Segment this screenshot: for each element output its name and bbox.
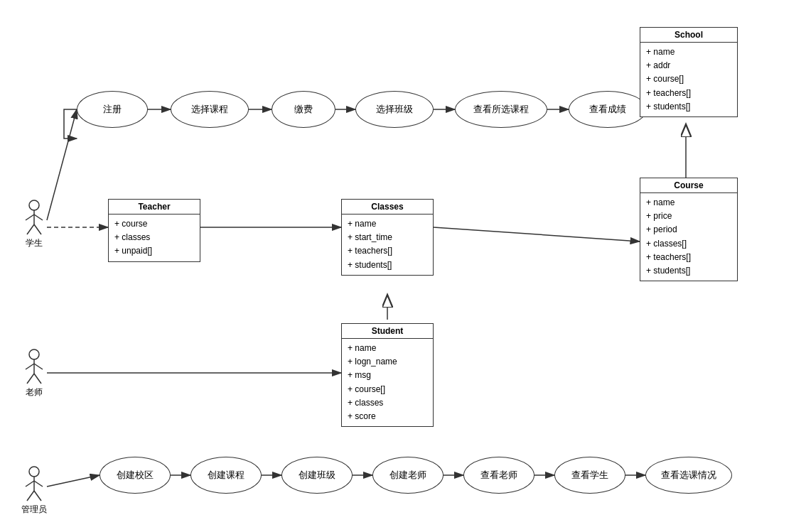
svg-line-26 — [34, 224, 41, 234]
svg-line-2 — [47, 109, 77, 220]
oval-create-campus: 创建校区 — [100, 457, 171, 494]
oval-pay: 缴费 — [272, 91, 335, 128]
actor-student-label: 学生 — [26, 237, 43, 249]
class-student: Student + name + logn_name + msg + cours… — [341, 323, 434, 427]
class-classes-title: Classes — [342, 200, 433, 215]
class-classes-body: + name + start_time + teachers[] + stude… — [342, 215, 433, 275]
class-school-body: + name + addr + course[] + teachers[] + … — [640, 43, 737, 116]
oval-view-enrollment: 查看选课情况 — [645, 457, 732, 494]
oval-view-student: 查看学生 — [554, 457, 625, 494]
svg-line-29 — [26, 364, 34, 369]
class-classes: Classes + name + start_time + teachers[]… — [341, 199, 434, 276]
oval-view-teacher: 查看老师 — [463, 457, 534, 494]
class-school-title: School — [640, 28, 737, 43]
actor-teacher-label: 老师 — [26, 386, 43, 398]
svg-line-30 — [34, 364, 43, 369]
oval-create-class: 创建班级 — [281, 457, 353, 494]
oval-view-courses: 查看所选课程 — [455, 91, 547, 128]
oval-create-course: 创建课程 — [190, 457, 262, 494]
svg-line-31 — [27, 374, 34, 384]
class-teacher-body: + course + classes + unpaid[] — [109, 215, 200, 261]
svg-line-23 — [26, 215, 34, 220]
svg-line-37 — [27, 491, 34, 501]
actor-teacher: 老师 — [21, 348, 47, 398]
class-course: Course + name + price + period + classes… — [640, 178, 738, 281]
svg-line-24 — [34, 215, 43, 220]
class-course-body: + name + price + period + classes[] + te… — [640, 193, 737, 281]
svg-point-33 — [29, 467, 39, 477]
actor-admin: 管理员 — [21, 465, 47, 516]
class-course-title: Course — [640, 178, 737, 193]
class-teacher: Teacher + course + classes + unpaid[] — [108, 199, 200, 262]
oval-register: 注册 — [77, 91, 148, 128]
oval-select-course: 选择课程 — [171, 91, 249, 128]
oval-view-grade: 查看成绩 — [569, 91, 647, 128]
actor-student: 学生 — [21, 199, 47, 249]
svg-line-25 — [27, 224, 34, 234]
class-teacher-title: Teacher — [109, 200, 200, 215]
svg-line-38 — [34, 491, 41, 501]
actor-admin-label: 管理员 — [21, 504, 47, 516]
svg-point-27 — [29, 349, 39, 359]
oval-create-teacher: 创建老师 — [372, 457, 444, 494]
class-school: School + name + addr + course[] + teache… — [640, 27, 738, 117]
svg-point-21 — [29, 200, 39, 210]
class-student-body: + name + logn_name + msg + course[] + cl… — [342, 339, 433, 426]
class-student-title: Student — [342, 324, 433, 339]
svg-line-32 — [34, 374, 41, 384]
svg-line-36 — [34, 481, 43, 487]
svg-line-35 — [26, 481, 34, 487]
svg-line-14 — [47, 475, 100, 487]
svg-line-10 — [434, 227, 640, 241]
oval-select-class: 选择班级 — [355, 91, 434, 128]
